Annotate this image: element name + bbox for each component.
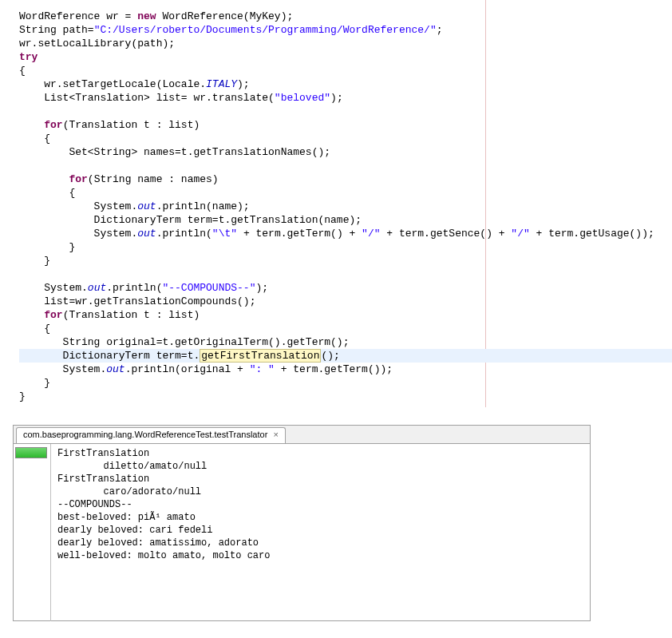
console-panel: com.baseprogramming.lang.WordReferenceTe… xyxy=(13,425,591,621)
code-line: } xyxy=(19,255,50,267)
code-line: for(Translation t : list) xyxy=(19,119,200,131)
code-line: list=wr.getTranslationCompounds(); xyxy=(19,295,255,307)
code-line: } xyxy=(19,241,75,253)
code-line: wr.setTargetLocale(Locale.ITALY); xyxy=(19,78,250,90)
console-tab-label: com.baseprogramming.lang.WordReferenceTe… xyxy=(23,430,267,439)
code-line: try xyxy=(19,51,38,63)
code-line: System.out.println("--COMPOUNDS--"); xyxy=(19,282,268,294)
code-line: for(Translation t : list) xyxy=(19,309,200,321)
highlighted-method: getFirstTranslation xyxy=(200,349,321,363)
code-line: String path="C:/Users/roberto/Documents/… xyxy=(19,24,443,36)
console-tab-bar: com.baseprogramming.lang.WordReferenceTe… xyxy=(14,426,590,444)
code-line: String original=t.getOriginalTerm().getT… xyxy=(19,336,349,348)
code-line-highlighted: DictionaryTerm term=t.getFirstTranslatio… xyxy=(19,349,672,363)
code-line: Set<String> names=t.getTranslationNames(… xyxy=(19,146,330,158)
code-editor[interactable]: WordReference wr = new WordReference(MyK… xyxy=(0,0,672,403)
close-icon[interactable]: × xyxy=(273,430,278,439)
code-line: } xyxy=(19,390,26,402)
code-line: System.out.println("\t" + term.getTerm()… xyxy=(19,228,654,240)
code-line: { xyxy=(19,187,75,199)
code-line: System.out.println(original + ": " + ter… xyxy=(19,363,393,375)
code-line: } xyxy=(19,377,50,389)
code-line: { xyxy=(19,323,50,335)
code-line: List<Translation> list= wr.translate("be… xyxy=(19,92,343,104)
code-line: { xyxy=(19,133,50,145)
test-progress-column xyxy=(14,444,51,621)
code-line: for(String name : names) xyxy=(19,173,219,185)
console-output[interactable]: FirstTranslation diletto/amato/null Firs… xyxy=(51,444,590,621)
code-line: { xyxy=(19,65,26,77)
code-line: WordReference wr = new WordReference(MyK… xyxy=(19,10,293,22)
code-line: System.out.println(name); xyxy=(19,200,250,212)
code-line: DictionaryTerm term=t.getTranslation(nam… xyxy=(19,214,362,226)
test-progress-bar xyxy=(15,447,47,458)
code-line: wr.setLocalLibrary(path); xyxy=(19,38,175,50)
console-tab[interactable]: com.baseprogramming.lang.WordReferenceTe… xyxy=(16,427,286,443)
